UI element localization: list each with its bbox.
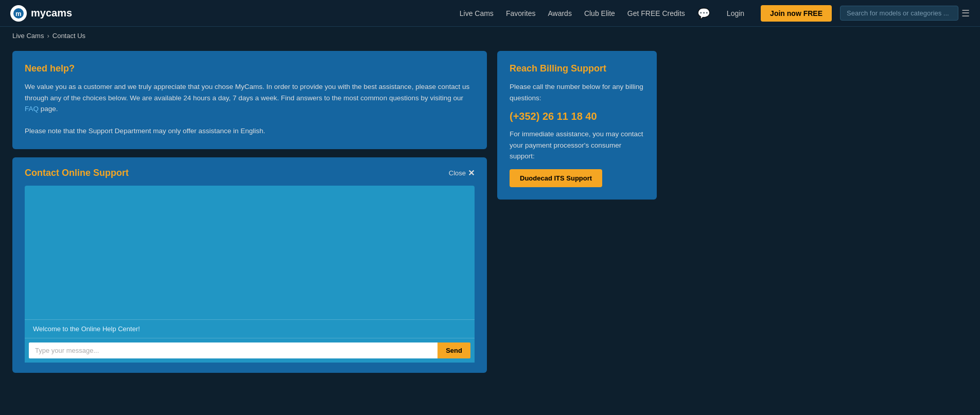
close-button[interactable]: Close ✕: [449, 168, 475, 178]
nav-club-elite[interactable]: Club Elite: [584, 9, 615, 17]
contact-online-title: Contact Online Support: [25, 168, 129, 178]
nav-get-free-credits[interactable]: Get FREE Credits: [627, 9, 685, 17]
close-label: Close: [449, 169, 466, 177]
right-column: Reach Billing Support Please call the nu…: [497, 51, 657, 373]
nav-favorites[interactable]: Favorites: [506, 9, 536, 17]
chat-welcome-text: Welcome to the Online Help Center!: [25, 319, 475, 338]
messages-icon: 💬: [697, 7, 710, 20]
messages-icon-container[interactable]: 💬: [697, 7, 710, 20]
need-help-card: Need help? We value you as a customer an…: [12, 51, 487, 149]
billing-card: Reach Billing Support Please call the nu…: [497, 51, 657, 200]
need-help-para1: We value you as a customer and we truly …: [25, 81, 475, 115]
main-nav: Live Cams Favorites Awards Club Elite Ge…: [460, 5, 832, 22]
breadcrumb-contact-us: Contact Us: [52, 32, 85, 40]
need-help-para2: Please note that the Support Department …: [25, 125, 475, 137]
search-area: ☰: [840, 6, 970, 21]
billing-phone: (+352) 26 11 18 40: [510, 111, 644, 122]
login-link[interactable]: Login: [727, 9, 744, 17]
join-button[interactable]: Join now FREE: [761, 5, 832, 22]
svg-text:m: m: [15, 10, 22, 17]
contact-card-header: Contact Online Support Close ✕: [25, 168, 475, 178]
chat-message-input[interactable]: [29, 342, 437, 358]
billing-title: Reach Billing Support: [510, 63, 644, 74]
chat-container: Welcome to the Online Help Center! Send: [25, 186, 475, 363]
nav-live-cams[interactable]: Live Cams: [460, 9, 494, 17]
billing-body: Please call the number below for any bil…: [510, 81, 644, 103]
need-help-title: Need help?: [25, 63, 475, 74]
left-column: Need help? We value you as a customer an…: [12, 51, 487, 373]
search-input[interactable]: [840, 6, 958, 21]
faq-link[interactable]: FAQ: [25, 105, 39, 113]
list-icon[interactable]: ☰: [961, 8, 970, 19]
send-button[interactable]: Send: [437, 342, 470, 358]
site-header: m mycams Live Cams Favorites Awards Club…: [0, 0, 980, 27]
main-content: Need help? We value you as a customer an…: [0, 45, 669, 385]
billing-body2: For immediate assistance, you may contac…: [510, 129, 644, 162]
chat-messages: [25, 186, 475, 319]
contact-online-card: Contact Online Support Close ✕ Welcome t…: [12, 157, 487, 373]
logo-text: mycams: [31, 7, 72, 19]
logo-icon: m: [10, 5, 27, 22]
duodecad-button[interactable]: Duodecad ITS Support: [510, 169, 602, 187]
need-help-body: We value you as a customer and we truly …: [25, 81, 475, 137]
close-icon: ✕: [468, 168, 475, 178]
chat-input-row: Send: [25, 338, 475, 363]
breadcrumb: Live Cams › Contact Us: [0, 27, 980, 45]
breadcrumb-live-cams[interactable]: Live Cams: [12, 32, 44, 40]
breadcrumb-separator: ›: [47, 32, 49, 40]
nav-awards[interactable]: Awards: [548, 9, 571, 17]
logo-area[interactable]: m mycams: [10, 5, 72, 22]
